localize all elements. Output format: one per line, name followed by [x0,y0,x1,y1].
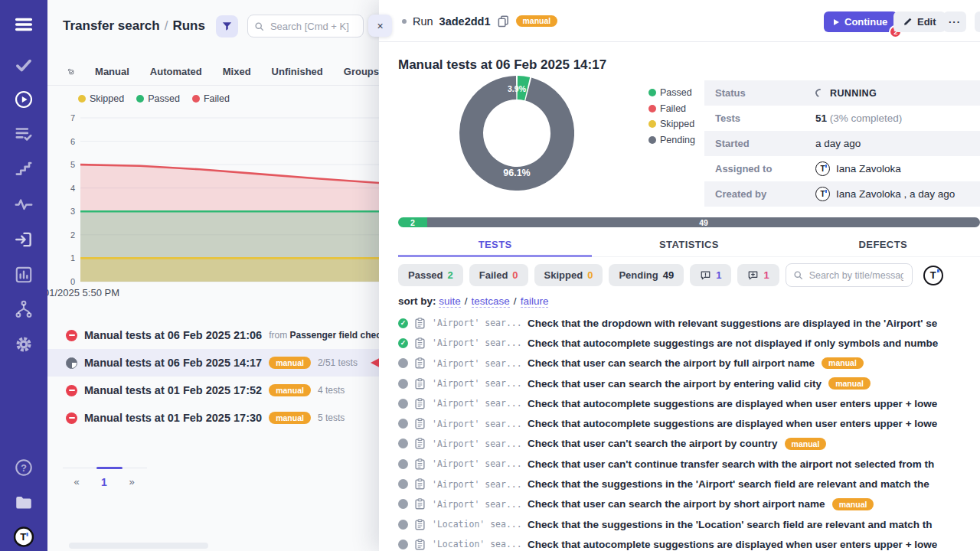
select-all-icon[interactable] [67,64,74,79]
runs-tab-manual[interactable]: Manual [95,66,129,77]
test-row[interactable]: 'Airport' sear...Check that user can't c… [398,454,980,474]
manual-badge: manual [828,377,871,390]
sort-separator: / [510,295,521,307]
test-pending-icon [398,499,408,509]
run-list-item[interactable]: Manual tests at 01 Feb 2025 17:30manual5… [47,404,379,432]
donut-legend-passed: Passed [648,87,695,98]
clipped-action-button[interactable] [975,11,980,32]
steps-icon[interactable] [14,158,34,178]
comment-add-icon [747,269,759,281]
test-row[interactable]: 'Airport' sear...Check that user can sea… [398,354,980,373]
test-search-input[interactable] [808,269,905,282]
run-detail-panel: × Run 3ade2dd1 manual Continue 2 Edit ··… [379,0,980,551]
run-tests-count: 2/51 tests [318,357,358,368]
manual-badge: manual [822,357,864,370]
copy-icon[interactable] [497,15,510,28]
legend-label: Passed [660,87,692,98]
runs-tab-groups[interactable]: Groups [344,66,379,77]
svg-text:6: 6 [70,137,75,146]
gear-icon[interactable] [14,334,34,354]
test-row[interactable]: 'Airport' sear...Check that user can sea… [398,373,980,393]
runs-tab-unfinished[interactable]: Unfinished [272,66,323,77]
test-pending-icon [398,540,408,549]
tab-statistics[interactable]: STATISTICS [592,233,786,256]
testcase-icon [415,498,425,510]
pagination-next-button[interactable]: » [118,476,145,488]
test-row[interactable]: 'Location' sea...Check that the suggesti… [398,514,980,534]
runs-tab-automated[interactable]: Automated [150,66,202,77]
svg-text:5: 5 [70,160,75,169]
test-title: Check that autocomplete suggestions are … [528,418,937,429]
runs-search-input[interactable] [269,20,357,33]
test-suite: 'Location' sea... [432,539,521,549]
testcase-icon [415,318,425,329]
donut-passed-label: 3.9% [459,84,574,93]
trend-legend-skipped: Skipped [78,93,124,104]
sort-by-failure[interactable]: failure [521,295,549,308]
filter-skipped-button[interactable]: Skipped0 [534,264,603,286]
test-passed-icon [398,318,408,328]
sort-by-testcase[interactable]: testcase [472,295,510,308]
folder-icon[interactable] [14,493,34,513]
tab-defects[interactable]: DEFECTS [786,233,980,256]
play-circle-icon[interactable] [14,90,34,109]
comment-button[interactable]: 1 [690,264,731,286]
edit-button[interactable]: Edit [893,11,946,32]
comment-add-button[interactable]: 1 [737,264,779,286]
svg-text:2: 2 [70,230,75,240]
test-row[interactable]: 'Airport' sear...Check that the suggesti… [398,474,980,494]
testcase-icon [415,438,425,449]
pulse-icon[interactable] [14,194,34,214]
user-avatar[interactable]: T [923,266,943,285]
menu-icon[interactable] [13,14,34,35]
test-row[interactable]: 'Airport' sear...Check that autocomplete… [398,333,980,353]
svg-text:T: T [20,531,27,543]
continue-button[interactable]: Continue 2 [824,11,897,32]
test-row[interactable]: 'Location' sea...Check that autocomplete… [398,534,980,551]
test-title: Check that user can't continue transfer … [528,458,934,470]
testcase-icon [415,539,425,550]
list-check-icon[interactable] [14,124,34,144]
run-status-donut-chart: 3.9% 96.1% [459,76,574,191]
filter-button[interactable] [216,15,238,37]
pagination-prev-button[interactable]: « [63,476,90,488]
check-icon[interactable] [14,55,34,75]
filter-pending-button[interactable]: Pending49 [609,264,684,286]
info-label: Status [704,87,815,99]
horizontal-scrollbar[interactable] [69,543,208,549]
tab-tests[interactable]: TESTS [398,233,592,256]
test-row[interactable]: 'Airport' sear...Check that the dropdown… [398,313,980,333]
sort-by-suite[interactable]: suite [439,295,461,308]
branch-icon[interactable] [14,299,34,319]
runs-search-box[interactable] [247,15,364,37]
run-title: Manual tests at 06 Feb 2025 21:06 [84,329,262,341]
test-row[interactable]: 'Airport' sear...Check that user can't s… [398,434,980,454]
test-search-box[interactable] [786,263,913,287]
info-label: Created by [704,188,815,200]
run-list-item[interactable]: Manual tests at 06 Feb 2025 21:06from Pa… [47,321,379,349]
test-row[interactable]: 'Airport' sear...Check that autocomplete… [398,413,980,433]
chart-box-icon[interactable] [14,265,34,285]
help-icon[interactable]: ? [14,458,34,478]
runs-tab-mixed[interactable]: Mixed [223,66,251,77]
filter-count: 2 [448,269,453,281]
test-row[interactable]: 'Airport' sear...Check that autocomplete… [398,393,980,413]
manual-badge: manual [785,438,827,450]
sign-in-icon[interactable] [14,230,34,249]
filter-failed-button[interactable]: Failed0 [469,264,528,286]
legend-dot [648,105,656,112]
test-row[interactable]: 'Airport' sear...Check that user can sea… [398,494,980,514]
breadcrumb-separator: / [160,18,173,33]
more-actions-button[interactable]: ··· [943,11,966,32]
run-list-item[interactable]: Manual tests at 06 Feb 2025 14:17manual2… [47,349,379,377]
tests-list: 'Airport' sear...Check that the dropdown… [398,313,980,551]
run-title: Manual tests at 01 Feb 2025 17:30 [84,412,262,424]
filter-label: Skipped [544,269,583,281]
donut-pending-label: 96.1% [459,168,574,178]
avatar-logo-icon[interactable]: T [14,527,34,547]
run-list-item[interactable]: Manual tests at 01 Feb 2025 17:52manual4… [47,377,379,404]
pagination-page-1[interactable]: 1 [90,476,118,488]
breadcrumb-section[interactable]: Transfer search [63,18,160,33]
progress-pending-segment: 49 [427,217,980,227]
filter-passed-button[interactable]: Passed2 [398,264,463,286]
